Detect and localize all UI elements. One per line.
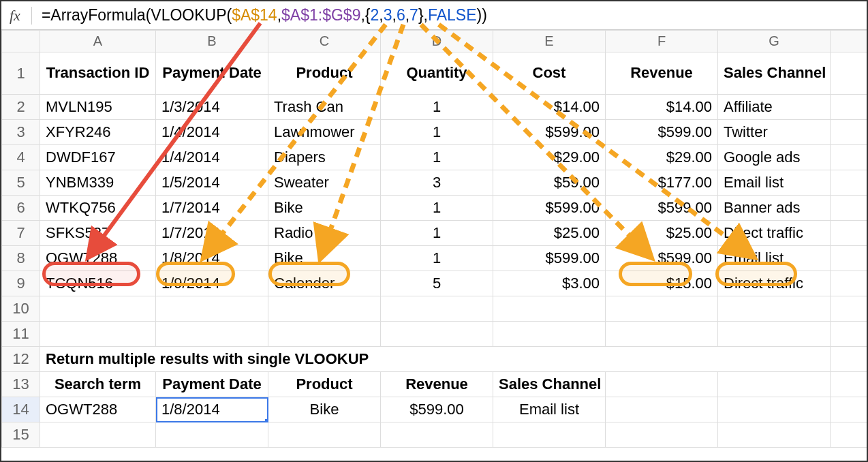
col-header-blank[interactable] (831, 31, 869, 52)
cell[interactable] (831, 170, 869, 196)
cell[interactable] (718, 372, 831, 397)
cell[interactable] (831, 196, 869, 221)
cell[interactable]: 1/8/2014 (156, 246, 268, 271)
cell[interactable] (831, 422, 869, 448)
cell[interactable]: $29.00 (606, 145, 718, 170)
row-header[interactable]: 12 (2, 347, 40, 372)
cell[interactable] (268, 322, 381, 347)
cell[interactable] (606, 372, 718, 397)
cell[interactable] (156, 296, 268, 322)
col-header-F[interactable]: F (606, 31, 718, 52)
cell[interactable] (718, 322, 831, 347)
row-header[interactable]: 10 (2, 296, 40, 322)
cell[interactable]: Revenue (606, 52, 718, 95)
cell[interactable] (606, 422, 718, 448)
cell[interactable]: $15.00 (606, 271, 718, 296)
cell[interactable]: Sweater (268, 170, 381, 196)
section-title[interactable]: Return multiple results with single VLOO… (40, 347, 831, 372)
cell[interactable]: $599.00 (606, 196, 718, 221)
cell[interactable] (831, 347, 869, 372)
cell[interactable]: Quantity (381, 52, 493, 95)
cell[interactable] (831, 95, 869, 120)
cell[interactable]: $25.00 (606, 221, 718, 246)
row-header[interactable]: 8 (2, 246, 40, 271)
cell[interactable]: Email list (493, 397, 606, 422)
cell[interactable] (831, 120, 869, 145)
cell[interactable] (831, 271, 869, 296)
cell[interactable]: TCQN516 (40, 271, 156, 296)
cell[interactable]: Bike (268, 397, 381, 422)
cell[interactable] (381, 322, 493, 347)
col-header-D[interactable]: D (381, 31, 493, 52)
cell[interactable]: MVLN195 (40, 95, 156, 120)
cell[interactable] (718, 422, 831, 448)
cell[interactable] (831, 52, 869, 95)
cell[interactable]: 1 (381, 145, 493, 170)
cell[interactable]: $29.00 (493, 145, 606, 170)
cell[interactable] (156, 422, 268, 448)
cell[interactable] (268, 296, 381, 322)
cell[interactable]: Diapers (268, 145, 381, 170)
row-header[interactable]: 1 (2, 52, 40, 95)
cell[interactable]: Product (268, 372, 381, 397)
cell[interactable] (40, 296, 156, 322)
cell[interactable] (381, 422, 493, 448)
cell[interactable]: Cost (493, 52, 606, 95)
cell[interactable]: 1 (381, 196, 493, 221)
cell[interactable] (40, 422, 156, 448)
col-header-C[interactable]: C (268, 31, 381, 52)
formula-input[interactable]: =ArrayFormula(VLOOKUP($A$14,$A$1:$G$9,{2… (42, 6, 487, 25)
cell[interactable]: $599.00 (493, 120, 606, 145)
cell[interactable]: 1/7/2014 (156, 221, 268, 246)
cell[interactable]: $599.00 (381, 397, 493, 422)
spreadsheet-grid[interactable]: A B C D E F G 1 Transaction ID Payment D… (1, 30, 868, 448)
cell[interactable]: 5 (381, 271, 493, 296)
cell[interactable]: YNBM339 (40, 170, 156, 196)
cell-selected[interactable]: 1/8/2014 (156, 397, 268, 422)
cell[interactable] (40, 322, 156, 347)
row-header[interactable]: 3 (2, 120, 40, 145)
cell[interactable]: $25.00 (493, 221, 606, 246)
cell[interactable]: $599.00 (493, 196, 606, 221)
cell[interactable]: 1 (381, 246, 493, 271)
row-header[interactable]: 2 (2, 95, 40, 120)
cell[interactable] (831, 397, 869, 422)
row-header[interactable]: 6 (2, 196, 40, 221)
cell[interactable]: Twitter (718, 120, 831, 145)
cell[interactable]: Email list (718, 246, 831, 271)
row-header[interactable]: 5 (2, 170, 40, 196)
cell[interactable]: SFKS527 (40, 221, 156, 246)
cell[interactable] (831, 322, 869, 347)
cell[interactable] (156, 322, 268, 347)
col-header-E[interactable]: E (493, 31, 606, 52)
cell[interactable] (718, 397, 831, 422)
cell[interactable]: OGWT288 (40, 397, 156, 422)
cell[interactable] (831, 221, 869, 246)
cell[interactable]: Revenue (381, 372, 493, 397)
select-all-corner[interactable] (2, 31, 40, 52)
cell[interactable] (606, 397, 718, 422)
cell[interactable]: $14.00 (606, 95, 718, 120)
cell[interactable]: Google ads (718, 145, 831, 170)
cell[interactable]: Sales Channel (718, 52, 831, 95)
cell[interactable]: Product (268, 52, 381, 95)
cell[interactable] (381, 296, 493, 322)
row-header[interactable]: 11 (2, 322, 40, 347)
cell[interactable] (831, 246, 869, 271)
row-header[interactable]: 14 (2, 397, 40, 422)
cell[interactable]: 1/5/2014 (156, 170, 268, 196)
cell[interactable]: 1/3/2014 (156, 95, 268, 120)
cell[interactable]: Email list (718, 170, 831, 196)
cell[interactable]: 1/9/2014 (156, 271, 268, 296)
cell[interactable] (493, 322, 606, 347)
col-header-A[interactable]: A (40, 31, 156, 52)
cell[interactable] (831, 296, 869, 322)
cell[interactable]: Transaction ID (40, 52, 156, 95)
cell[interactable]: 1 (381, 95, 493, 120)
cell[interactable] (606, 322, 718, 347)
cell[interactable]: $599.00 (493, 246, 606, 271)
cell[interactable]: 1/4/2014 (156, 145, 268, 170)
cell[interactable]: DWDF167 (40, 145, 156, 170)
cell[interactable]: OGWT288 (40, 246, 156, 271)
cell[interactable]: 1/7/2014 (156, 196, 268, 221)
